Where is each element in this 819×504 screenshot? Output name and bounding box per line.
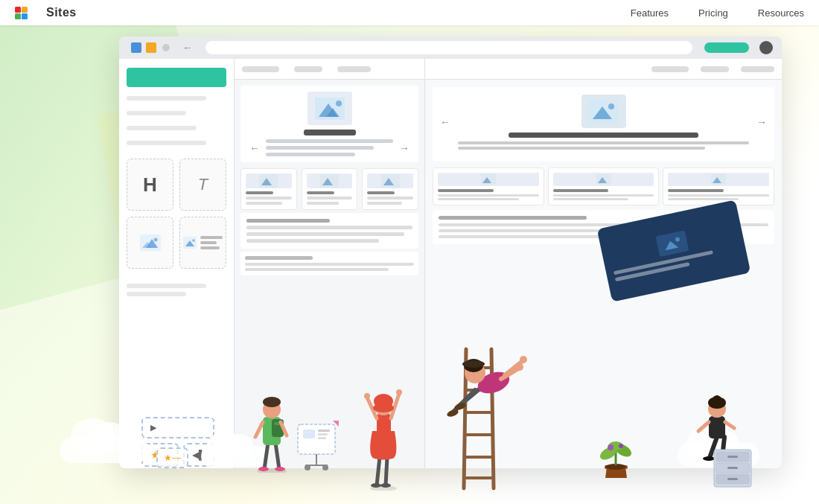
svg-rect-49 [318,437,326,439]
nav-pricing[interactable]: Pricing [698,7,728,19]
card2-line-title [307,191,334,194]
image-widget-content [140,235,161,251]
main-slide-controls: ← [440,95,767,150]
svg-point-53 [322,465,328,470]
content-line-3 [246,239,379,243]
main-pill-2 [701,66,729,72]
svg-line-103 [725,422,734,428]
slide-text-lines [266,139,393,156]
slide-prev-arrow[interactable]: ← [249,142,260,154]
svg-rect-112 [727,467,738,469]
browser-address-bar[interactable] [205,41,692,54]
svg-point-64 [396,389,402,395]
main-slide-line-1 [458,141,749,144]
svg-rect-1 [22,7,28,13]
mc3-l2 [668,198,739,200]
block2-title [245,256,313,260]
widget-image-text[interactable] [179,217,226,269]
browser-bar: ← [119,36,782,59]
svg-point-95 [619,444,623,448]
person-backpack-figure [249,376,298,473]
sidebar-line-4 [127,141,206,145]
svg-rect-3 [22,13,28,19]
svg-line-41 [255,422,263,437]
image-text-widget-content [183,236,223,249]
svg-line-56 [377,457,380,485]
svg-line-34 [264,443,268,469]
topbar-pill-1 [242,66,279,72]
svg-point-58 [371,483,381,488]
svg-rect-47 [318,430,330,432]
widget-image[interactable] [127,217,173,269]
svg-rect-101 [709,416,725,438]
svg-point-87 [462,360,485,368]
card-line-2 [246,202,282,205]
browser-user-icon [759,41,773,54]
main-slide-mountain [589,101,619,123]
svg-point-94 [608,444,614,450]
block2-line-2 [245,268,389,271]
card-1 [240,168,297,210]
svg-point-106 [713,395,721,404]
browser-back-icon[interactable]: ← [182,42,194,54]
topbar-pill-3 [337,66,371,72]
main-slide-line-2 [458,147,705,150]
svg-point-37 [275,467,285,471]
card3-line-1 [367,197,413,200]
slide-title [304,130,356,135]
card-2-text [307,191,353,205]
sidebar-line-3 [127,126,197,130]
svg-point-44 [263,397,281,407]
browser-dot [162,44,170,51]
card-2-mountain [320,174,339,188]
mc1-l1 [438,194,539,197]
svg-rect-2 [15,13,21,19]
dark-card-mountain [660,234,685,253]
svg-point-84 [516,363,523,371]
cart-widget [294,421,342,473]
content-line-1 [246,226,412,229]
browser-squares [131,42,156,53]
svg-point-52 [305,465,310,470]
browser-action-btn[interactable] [704,42,749,53]
cards-section [240,168,418,210]
svg-rect-45 [298,424,335,454]
main-next-arrow[interactable]: → [756,116,767,128]
slide-line-3 [266,153,355,156]
main-card-1-img [438,173,539,186]
widget-text[interactable]: T [179,159,226,211]
sidebar-line-5 [127,284,206,288]
main-prev-arrow[interactable]: ← [440,116,450,128]
slide-line-1 [266,139,393,143]
person-ladder-figure [445,342,535,438]
mc3-l1 [668,194,769,197]
main-content-title [439,216,587,220]
floor-rating-widget: ★— [156,447,188,468]
text-lines [200,236,223,249]
card-1-image [246,173,292,188]
slide-next-arrow[interactable]: → [399,142,410,154]
topbar-pill-2 [294,66,322,72]
filing-cabinet [713,448,753,489]
person-red-figure [363,375,404,491]
main-card-2 [548,168,660,205]
sidebar-add-button[interactable] [127,68,226,87]
svg-point-67 [373,403,394,412]
main-slideshow: ← [433,87,774,162]
svg-point-7 [153,238,157,242]
main-card-3-img [668,173,769,186]
main-card-2-img [553,173,654,186]
widget-heading[interactable]: H [127,159,173,211]
floor-widget-play: ▶ [141,417,214,438]
nav-resources[interactable]: Resources [758,7,804,19]
text-line-2 [200,241,217,244]
main-slide-content [458,95,749,150]
block2-line-1 [245,263,414,266]
small-mountain-icon [183,237,197,249]
slide-image [307,92,352,125]
svg-point-83 [520,356,527,363]
nav-features[interactable]: Features [631,7,669,19]
card-3-image [367,173,413,188]
main-pill-3 [741,66,774,72]
content-block-2 [240,252,418,275]
